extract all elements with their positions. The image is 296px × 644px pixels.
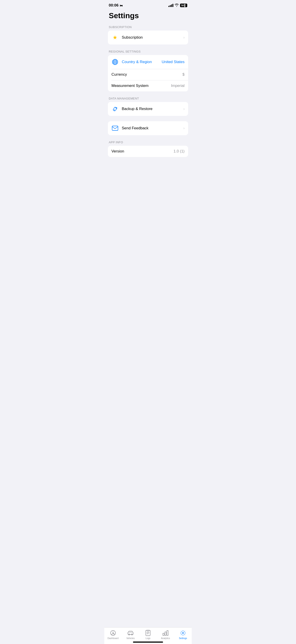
measurement-row[interactable]: Measurement System Imperial [108,80,188,92]
currency-value: $ [182,72,184,77]
page-title: Settings [104,10,192,25]
section-label-subscription: SUBSCRIPTION [104,25,192,30]
version-value: 1.0 (1) [173,149,184,154]
email-icon [112,124,119,132]
country-region-value: United States [162,60,184,64]
section-label-data: DATA MANAGEMENT [104,97,192,102]
status-bar: 00:06 🛏 50 ▌ [104,0,192,10]
backup-restore-label: Backup & Restore [122,107,152,111]
chevron-icon-backup: › [183,107,184,111]
signal-icon [168,4,173,7]
backup-icon [112,105,119,112]
globe-icon [112,58,119,66]
currency-row[interactable]: Currency $ [108,69,188,80]
send-feedback-label: Send Feedback [122,126,148,130]
chevron-icon-feedback: › [183,126,184,130]
subscription-card: ★ Subscription › [108,30,188,44]
section-label-regional: REGIONAL SETTINGS [104,50,192,55]
time-display: 00:06 [109,3,118,8]
section-label-appinfo: APP INFO [104,140,192,146]
wifi-icon [175,4,179,8]
bed-icon: 🛏 [120,4,123,7]
app-info-card: Version 1.0 (1) [108,146,188,157]
svg-rect-5 [112,126,118,130]
currency-label: Currency [112,72,127,77]
status-time: 00:06 🛏 [109,3,123,8]
subscription-label: Subscription [122,35,143,40]
measurement-label: Measurement System [112,84,148,88]
version-label: Version [112,149,124,154]
version-row: Version 1.0 (1) [108,146,188,157]
data-management-card: Backup & Restore › [108,102,188,116]
feedback-card: Send Feedback › [108,121,188,135]
chevron-icon: › [183,36,184,40]
regional-card: Country & Region United States Currency … [108,55,188,92]
star-icon: ★ [112,34,119,41]
backup-restore-row[interactable]: Backup & Restore › [108,102,188,116]
send-feedback-row[interactable]: Send Feedback › [108,121,188,135]
measurement-value: Imperial [171,84,184,88]
battery-icon: 50 ▌ [180,4,187,7]
content-area: Settings SUBSCRIPTION ★ Subscription › R… [104,10,192,185]
country-region-row[interactable]: Country & Region United States [108,55,188,69]
status-icons: 50 ▌ [168,4,187,8]
country-region-label: Country & Region [122,60,152,64]
subscription-row[interactable]: ★ Subscription › [108,30,188,44]
